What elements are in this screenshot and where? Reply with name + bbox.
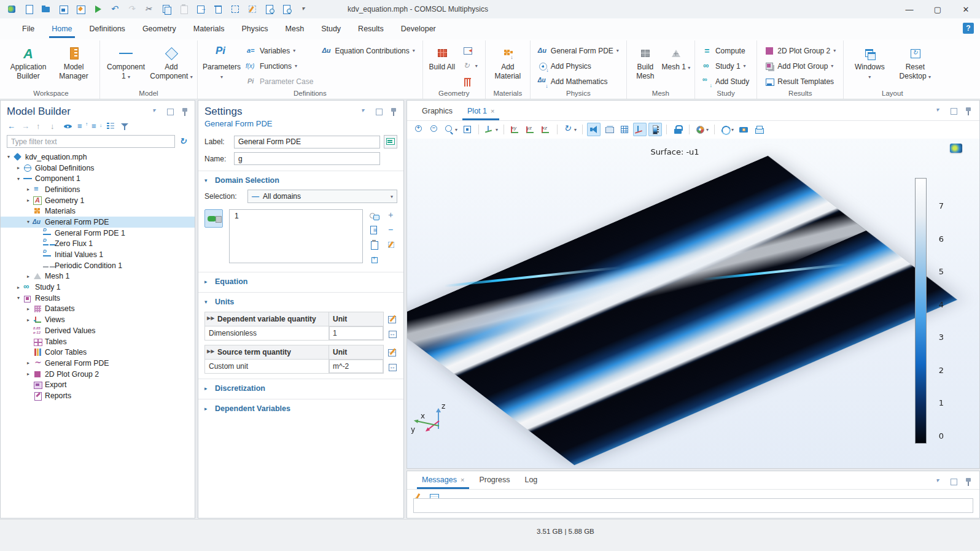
quantity-cell[interactable]: Custom unit — [205, 360, 329, 373]
menu-item[interactable]: Study — [314, 21, 348, 37]
edit-table-button[interactable] — [387, 347, 397, 357]
physics-interface-select[interactable]: General Form PDE▾ — [534, 43, 623, 58]
discretization-section[interactable]: ▸ Discretization — [198, 379, 403, 395]
quick-access-button[interactable] — [298, 4, 309, 15]
tree-expander[interactable] — [24, 187, 33, 192]
graphics-tool-button[interactable] — [737, 123, 750, 136]
add-mathematics-button[interactable]: Add Mathematics — [534, 74, 623, 89]
graphics-tool-button[interactable] — [427, 123, 441, 136]
tree-item[interactable]: Views — [1, 314, 195, 325]
quick-access-button[interactable] — [247, 4, 258, 15]
selection-tool-button[interactable] — [369, 210, 379, 220]
import-geometry-button[interactable] — [459, 43, 481, 58]
panel-control-button[interactable] — [949, 106, 959, 116]
graphics-tool-button[interactable] — [483, 123, 499, 136]
help-button[interactable]: ? — [963, 23, 974, 34]
graphics-tool-button[interactable] — [504, 125, 504, 134]
equation-section[interactable]: ▸ Equation — [198, 272, 403, 288]
quick-access-button[interactable] — [144, 4, 155, 15]
quick-access-button[interactable] — [126, 4, 138, 15]
quick-access-button[interactable] — [178, 4, 189, 15]
graphics-tool-button[interactable] — [752, 123, 766, 136]
quick-access-button[interactable] — [109, 4, 120, 15]
selection-tool-button[interactable] — [386, 210, 396, 220]
model-builder-tool-button[interactable] — [77, 121, 87, 131]
quick-access-button[interactable] — [75, 4, 86, 15]
graphics-tool-button[interactable] — [671, 123, 685, 136]
quick-access-button[interactable] — [195, 4, 206, 15]
windows-button[interactable]: Windows▾ — [847, 42, 892, 85]
tree-expander[interactable] — [24, 274, 33, 279]
build-mesh-button[interactable]: Build Mesh — [631, 42, 660, 85]
graphics-tool-button[interactable] — [562, 123, 578, 136]
mesh-1-button[interactable]: Mesh 1 ▾ — [661, 42, 691, 85]
component-1-button[interactable]: Component 1 ▾ — [104, 42, 148, 85]
table-expand-icon[interactable]: ▶▶ — [205, 345, 214, 359]
change-unit-button[interactable] — [387, 329, 397, 339]
panel-control-button[interactable] — [374, 107, 384, 117]
tree-item[interactable]: Component 1 — [1, 173, 195, 184]
unit-cell[interactable]: 1 — [329, 326, 383, 340]
panel-control-button[interactable] — [963, 106, 973, 116]
tree-expander[interactable] — [24, 306, 33, 312]
model-builder-tool-button[interactable] — [7, 121, 17, 131]
graphics-tool-button[interactable] — [689, 125, 690, 134]
study-1-button[interactable]: Study 1▾ — [699, 58, 753, 74]
build-all-button[interactable]: Build All — [427, 42, 457, 85]
graphics-tool-button[interactable] — [666, 125, 667, 134]
tree-expander[interactable] — [4, 154, 13, 160]
tree-item[interactable]: General Form PDE — [1, 358, 195, 369]
model-builder-tool-button[interactable] — [63, 121, 73, 131]
tree-item[interactable]: Color Tables — [1, 347, 195, 358]
tree-expander[interactable] — [24, 198, 33, 203]
model-builder-tool-button[interactable] — [35, 121, 45, 131]
quick-access-button[interactable] — [230, 4, 241, 15]
quantity-cell[interactable]: Dimensionless — [205, 326, 329, 340]
graphics-tool-button[interactable] — [443, 123, 459, 136]
model-builder-tool-button[interactable] — [91, 121, 101, 131]
edit-table-button[interactable] — [387, 314, 397, 324]
application-builder-button[interactable]: Application Builder — [6, 42, 50, 85]
menu-item[interactable]: Materials — [186, 21, 232, 37]
tree-item[interactable]: Mesh 1 — [1, 271, 195, 282]
tree-expander[interactable] — [24, 360, 33, 366]
graphics-tool-button[interactable] — [412, 123, 426, 136]
equation-contributions-button[interactable]: Equation Contributions▾ — [318, 43, 418, 58]
parameter-case-button[interactable]: Parameter Case — [243, 74, 317, 89]
tree-item[interactable]: Tables — [1, 336, 195, 347]
tree-item[interactable]: General Form PDE — [1, 217, 195, 228]
quick-access-button[interactable] — [264, 4, 275, 15]
menu-item[interactable]: Physics — [234, 21, 275, 37]
menu-item[interactable]: Geometry — [135, 21, 184, 37]
active-toggle-button[interactable] — [204, 209, 223, 228]
graphics-tool-button[interactable] — [524, 123, 537, 136]
tree-expander[interactable] — [14, 295, 23, 301]
menu-item[interactable]: Results — [351, 21, 391, 37]
table-expand-icon[interactable]: ▶▶ — [205, 312, 214, 326]
close-button[interactable]: ✕ — [952, 0, 980, 18]
model-builder-tool-button[interactable] — [120, 121, 130, 131]
quick-access-button[interactable] — [6, 4, 17, 15]
tree-item[interactable]: Zero Flux 1 — [1, 239, 195, 250]
quick-access-button[interactable] — [212, 4, 224, 15]
quick-access-button[interactable] — [92, 4, 103, 15]
refresh-button[interactable] — [179, 137, 189, 147]
units-section[interactable]: ▾ Units — [198, 293, 403, 309]
tree-item[interactable]: Reports — [1, 390, 195, 401]
plot-group-select[interactable]: 2D Plot Group 2▾ — [761, 43, 839, 58]
panel-control-button[interactable] — [150, 107, 160, 117]
tree-expander[interactable] — [14, 176, 23, 182]
selection-tool-button[interactable] — [369, 225, 379, 235]
model-builder-tool-button[interactable] — [21, 121, 31, 131]
tree-expander[interactable] — [14, 285, 23, 290]
panel-control-button[interactable] — [180, 107, 190, 117]
tree-item[interactable]: Definitions — [1, 184, 195, 195]
tree-item[interactable]: Periodic Condition 1 — [1, 260, 195, 271]
graphics-tool-button[interactable] — [714, 125, 715, 134]
graphics-tool-button[interactable] — [602, 123, 616, 136]
graphics-tool-button[interactable] — [694, 123, 710, 136]
quick-access-button[interactable] — [161, 4, 172, 15]
filter-input[interactable] — [7, 135, 175, 148]
label-input[interactable] — [234, 136, 380, 148]
quick-access-button[interactable] — [41, 4, 52, 15]
